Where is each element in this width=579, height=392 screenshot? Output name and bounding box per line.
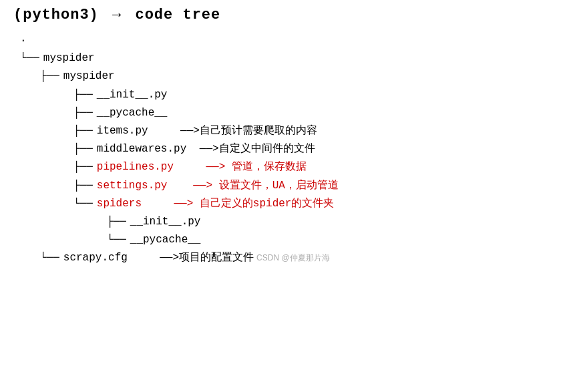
l2-branch-set: ├── bbox=[73, 177, 93, 195]
l2-name-items: items.py bbox=[97, 122, 148, 140]
l1-branch-scrapy: └── bbox=[40, 249, 59, 267]
l1-name-scrapy: scrapy.cfg bbox=[63, 249, 128, 267]
root-branch: └── bbox=[20, 49, 39, 67]
level1-myspider: ├── myspider bbox=[20, 67, 566, 85]
header: (python3) → code tree bbox=[13, 7, 566, 23]
level3-pycache: └── __pycache__ bbox=[20, 231, 566, 249]
l3-name-init: __init__.py bbox=[130, 213, 201, 231]
level2-pycache: ├── __pycache__ bbox=[20, 104, 566, 122]
tree-dot: . bbox=[20, 30, 27, 48]
l2-ann-mw: ——>自定义中间件的文件 bbox=[193, 140, 315, 158]
level2-spiders: └── spiders ——> 自己定义的spider的文件夹 bbox=[20, 195, 566, 213]
l3-branch-init: ├── bbox=[107, 213, 126, 231]
l3-name-pycache: __pycache__ bbox=[130, 231, 201, 249]
watermark: CSDN @仲夏那片海 bbox=[256, 251, 330, 264]
header-command: code tree bbox=[135, 7, 220, 23]
l2-ann-sp: ——> 自己定义的spider的文件夹 bbox=[148, 195, 334, 213]
l1-ann-scrapy: ——>项目的配置文件 bbox=[134, 249, 254, 267]
l2-branch-pycache: ├── bbox=[73, 104, 93, 122]
l2-ann-set: ——> 设置文件，UA，启动管道 bbox=[174, 177, 338, 195]
level2-items: ├── items.py ——>自己预计需要爬取的内容 bbox=[20, 122, 566, 140]
l2-branch-sp: └── bbox=[73, 195, 93, 213]
l2-name-sp: spiders bbox=[97, 195, 142, 213]
l2-branch-items: ├── bbox=[73, 122, 93, 140]
root-name: myspider bbox=[43, 49, 95, 67]
l2-name-pycache: __pycache__ bbox=[97, 104, 168, 122]
header-arrow: → bbox=[112, 7, 122, 23]
l2-branch-mw: ├── bbox=[73, 140, 93, 158]
l2-ann-items: ——>自己预计需要爬取的内容 bbox=[155, 122, 317, 140]
l2-name-pip: pipelines.py bbox=[97, 158, 174, 176]
l2-name-set: settings.py bbox=[97, 177, 168, 195]
l2-branch-pip: ├── bbox=[73, 158, 93, 176]
level2-settings: ├── settings.py ——> 设置文件，UA，启动管道 bbox=[20, 177, 566, 195]
tree-container: . └── myspider ├── myspider ├── __init__… bbox=[13, 30, 566, 267]
level2-middlewares: ├── middlewares.py ——>自定义中间件的文件 bbox=[20, 140, 566, 158]
l2-branch-init: ├── bbox=[73, 86, 93, 104]
l2-name-mw: middlewares.py bbox=[97, 140, 186, 158]
level2-pipelines: ├── pipelines.py ——> 管道，保存数据 bbox=[20, 158, 566, 176]
tree-root: └── myspider bbox=[20, 49, 566, 67]
level1-scrapy: └── scrapy.cfg ——>项目的配置文件 CSDN @仲夏那片海 bbox=[20, 249, 566, 267]
l1-branch-1: ├── bbox=[40, 67, 59, 85]
level3-init: ├── __init__.py bbox=[20, 213, 566, 231]
l1-name-1: myspider bbox=[63, 67, 115, 85]
tree-dot-line: . bbox=[20, 30, 566, 48]
l2-ann-pip: ——> 管道，保存数据 bbox=[180, 158, 307, 176]
level2-init: ├── __init__.py bbox=[20, 86, 566, 104]
l3-branch-pycache: └── bbox=[107, 231, 126, 249]
header-prefix: (python3) bbox=[13, 7, 99, 23]
l2-name-init: __init__.py bbox=[97, 86, 168, 104]
